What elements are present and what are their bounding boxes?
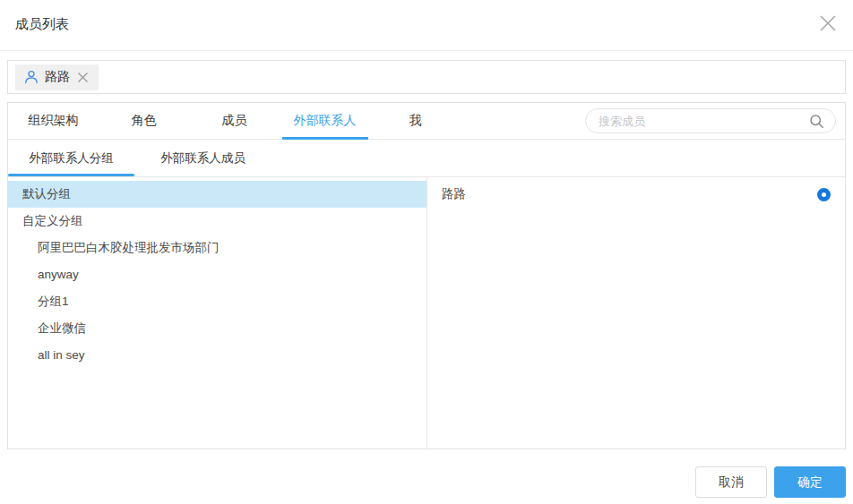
group-row[interactable]: 阿里巴巴白木胶处理批发市场部门 (8, 235, 426, 261)
tab-organization[interactable]: 组织架构 (8, 103, 99, 139)
member-row[interactable]: 路路 (427, 181, 845, 208)
group-row[interactable]: all in sey (8, 342, 426, 369)
group-row-custom[interactable]: 自定义分组 (8, 208, 426, 235)
cancel-button[interactable]: 取消 (695, 466, 767, 498)
member-tag-label: 路路 (45, 69, 70, 85)
picker-content: 默认分组 自定义分组 阿里巴巴白木胶处理批发市场部门 anyway 分组1 企业… (8, 177, 845, 448)
search-input[interactable] (599, 115, 809, 128)
group-row[interactable]: 分组1 (8, 288, 426, 315)
confirm-button[interactable]: 确定 (774, 466, 846, 498)
subtab-external-contact-groups[interactable]: 外部联系人分组 (8, 140, 134, 176)
subtabs-row: 外部联系人分组 外部联系人成员 (8, 140, 845, 177)
member-search-box (585, 108, 836, 133)
tab-member[interactable]: 成员 (189, 103, 280, 139)
group-list: 默认分组 自定义分组 阿里巴巴白木胶处理批发市场部门 anyway 分组1 企业… (8, 177, 427, 448)
member-picker-panel: 组织架构 角色 成员 外部联系人 我 外部联系人分组 外部联系人成员 默认分组 … (7, 102, 846, 449)
group-row[interactable]: anyway (8, 261, 426, 288)
search-icon[interactable] (809, 114, 824, 129)
tabs-row: 组织架构 角色 成员 外部联系人 我 (8, 103, 845, 140)
radio-selected-icon[interactable] (817, 188, 831, 201)
person-icon (24, 70, 39, 84)
group-row-default[interactable]: 默认分组 (8, 181, 426, 208)
tab-me[interactable]: 我 (370, 103, 461, 139)
tabs: 组织架构 角色 成员 外部联系人 我 (8, 103, 461, 139)
tab-role[interactable]: 角色 (99, 103, 189, 139)
dialog-title: 成员列表 (15, 16, 69, 33)
selected-members-bar: 路路 (7, 60, 846, 94)
member-name: 路路 (442, 186, 466, 202)
close-icon[interactable] (816, 12, 840, 35)
member-pane: 路路 (427, 177, 845, 448)
remove-tag-icon[interactable] (76, 71, 90, 84)
tab-external-contacts[interactable]: 外部联系人 (280, 103, 370, 139)
member-tag[interactable]: 路路 (15, 64, 99, 90)
group-row[interactable]: 企业微信 (8, 315, 426, 342)
subtab-external-contact-members[interactable]: 外部联系人成员 (140, 140, 266, 176)
header-divider (0, 50, 853, 51)
